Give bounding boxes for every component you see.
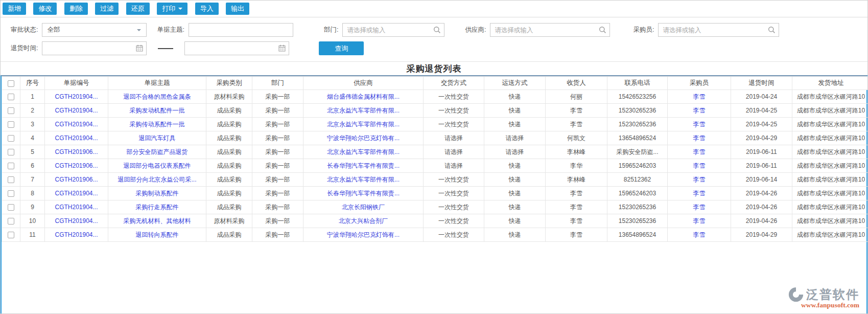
department-label: 部门:: [324, 26, 338, 34]
cell-purchaser[interactable]: 李雪: [668, 159, 731, 173]
row-checkbox[interactable]: [8, 163, 14, 169]
column-header: 退货时间: [731, 77, 792, 90]
cell-supplier[interactable]: 烟台盛伟德金属材料有限...: [303, 90, 424, 104]
cell-return-date: 2019-06-11: [731, 159, 792, 173]
delete-button[interactable]: 删除: [64, 3, 88, 15]
cell-purchaser[interactable]: 李雪: [668, 90, 731, 104]
row-checkbox[interactable]: [8, 94, 14, 100]
department-input[interactable]: [342, 23, 444, 37]
fanpu-logo-icon: [788, 286, 804, 303]
cell-supplier[interactable]: 北京永益汽车零部件有限...: [303, 118, 424, 131]
approval-status-select[interactable]: 全部: [42, 23, 147, 37]
cell-delivery: 请选择: [424, 159, 484, 173]
cell-supplier[interactable]: 长春华翔汽车零件有限责...: [303, 187, 424, 200]
cell-supplier[interactable]: 北京大兴粘合剂厂: [303, 214, 424, 228]
subject-input[interactable]: [189, 23, 293, 37]
filter-button[interactable]: 过滤: [95, 3, 119, 15]
row-checkbox[interactable]: [8, 190, 14, 197]
cell-purchaser[interactable]: 李雪: [668, 187, 731, 200]
cell-subject[interactable]: 采购行走系配件: [108, 200, 206, 214]
cell-purchaser[interactable]: 李雪: [668, 200, 731, 214]
table-row[interactable]: 7CGTH201906...退回部分向北京永益公司采...成品采购采购一部北京永…: [2, 173, 868, 187]
cell-purchaser[interactable]: 李雪: [668, 173, 731, 187]
cell-doc-no[interactable]: CGTH201904...: [45, 187, 108, 200]
table-row[interactable]: 8CGTH201904...采购制动系配件成品采购采购一部长春华翔汽车零件有限责…: [2, 187, 868, 200]
cell-subject[interactable]: 部分安全防盗产品退货: [108, 145, 206, 159]
query-button[interactable]: 查询: [319, 41, 364, 55]
cell-purchaser[interactable]: 李雪: [668, 214, 731, 228]
cell-doc-no[interactable]: CGTH201906...: [45, 159, 108, 173]
table-row[interactable]: 5CGTH201906...部分安全防盗产品退货成品采购采购一部北京永益汽车零部…: [2, 145, 868, 159]
cell-supplier[interactable]: 长春华翔汽车零件有限责...: [303, 159, 424, 173]
cell-category: 原材料采购: [206, 214, 252, 228]
cell-subject[interactable]: 退回部分电器仪表系配件: [108, 159, 206, 173]
cell-doc-no[interactable]: CGTH201904...: [45, 131, 108, 145]
search-icon[interactable]: [599, 26, 606, 34]
cell-doc-no[interactable]: CGTH201904...: [45, 118, 108, 131]
row-checkbox[interactable]: [8, 232, 14, 238]
cell-supplier[interactable]: 北京永益汽车零部件有限...: [303, 104, 424, 118]
cell-delivery: 一次性交货: [424, 90, 484, 104]
cell-subject[interactable]: 退回转向系配件: [108, 228, 206, 242]
cell-subject[interactable]: 采购制动系配件: [108, 187, 206, 200]
table-row[interactable]: 2CGTH201904...采购发动机配件一批成品采购采购一部北京永益汽车零部件…: [2, 104, 868, 118]
cell-subject[interactable]: 退回部分向北京永益公司采...: [108, 173, 206, 187]
supplier-input[interactable]: [490, 23, 610, 37]
cell-supplier[interactable]: 北京永益汽车零部件有限...: [303, 145, 424, 159]
edit-button[interactable]: 修改: [33, 3, 57, 15]
cell-purchaser[interactable]: 李雪: [668, 104, 731, 118]
table-row[interactable]: 4CGTH201904...退回汽车灯具成品采购采购一部宁波华翔哈尔巴克灯饰有.…: [2, 131, 868, 145]
cell-subject[interactable]: 采购传动系配件一批: [108, 118, 206, 131]
row-checkbox[interactable]: [8, 135, 14, 142]
row-checkbox[interactable]: [8, 218, 14, 225]
calendar-icon[interactable]: [136, 44, 143, 52]
cell-purchaser[interactable]: 李雪: [668, 118, 731, 131]
import-button[interactable]: 导入: [195, 3, 219, 15]
return-time-from-input[interactable]: [42, 41, 147, 55]
export-button[interactable]: 输出: [226, 3, 249, 15]
cell-doc-no[interactable]: CGTH201904...: [45, 200, 108, 214]
table-row[interactable]: 10CGTH201904...采购无机材料、其他材料原材料采购采购一部北京大兴粘…: [2, 214, 868, 228]
cell-supplier[interactable]: 宁波华翔哈尔巴克灯饰有...: [303, 131, 424, 145]
search-icon[interactable]: [768, 26, 776, 34]
cell-supplier[interactable]: 北京永益汽车零部件有限...: [303, 173, 424, 187]
purchaser-input[interactable]: [658, 23, 779, 37]
cell-purchaser[interactable]: 李雪: [668, 145, 731, 159]
column-header: 交货方式: [424, 77, 484, 90]
table-row[interactable]: 6CGTH201906...退回部分电器仪表系配件成品采购采购一部长春华翔汽车零…: [2, 159, 868, 173]
print-button[interactable]: 打印: [157, 3, 187, 15]
cell-address: 成都市成华区水碾河路10: [792, 145, 868, 159]
calendar-icon[interactable]: [278, 44, 286, 52]
row-checkbox[interactable]: [8, 204, 14, 211]
cell-category: 成品采购: [206, 104, 252, 118]
cell-seq: 3: [20, 118, 45, 131]
row-checkbox[interactable]: [8, 149, 14, 155]
cell-doc-no[interactable]: CGTH201904...: [45, 104, 108, 118]
cell-subject[interactable]: 退回不合格的黑色金属条: [108, 90, 206, 104]
add-button[interactable]: 新增: [3, 3, 26, 15]
search-icon[interactable]: [433, 26, 441, 34]
cell-doc-no[interactable]: CGTH201904...: [45, 214, 108, 228]
cell-purchaser[interactable]: 李雪: [668, 131, 731, 145]
cell-doc-no[interactable]: CGTH201904...: [45, 90, 108, 104]
select-all-checkbox[interactable]: [8, 80, 14, 87]
cell-supplier[interactable]: 宁波华翔哈尔巴克灯饰有...: [303, 228, 424, 242]
cell-doc-no[interactable]: CGTH201906...: [45, 173, 108, 187]
cell-purchaser[interactable]: 李雪: [668, 228, 731, 242]
return-time-to-input[interactable]: [184, 41, 289, 55]
cell-doc-no[interactable]: CGTH201906...: [45, 145, 108, 159]
cell-supplier[interactable]: 北京长阳钢铁厂: [303, 200, 424, 214]
cell-phone: 82512362: [607, 173, 668, 187]
table-row[interactable]: 1CGTH201904...退回不合格的黑色金属条原材料采购采购一部烟台盛伟德金…: [2, 90, 868, 104]
table-row[interactable]: 11CGTH201904...退回转向系配件成品采购采购一部宁波华翔哈尔巴克灯饰…: [2, 228, 868, 242]
cell-subject[interactable]: 退回汽车灯具: [108, 131, 206, 145]
row-checkbox[interactable]: [8, 107, 14, 114]
restore-button[interactable]: 还原: [126, 3, 150, 15]
cell-subject[interactable]: 采购发动机配件一批: [108, 104, 206, 118]
row-checkbox[interactable]: [8, 121, 14, 128]
row-checkbox[interactable]: [8, 176, 14, 183]
cell-subject[interactable]: 采购无机材料、其他材料: [108, 214, 206, 228]
table-row[interactable]: 9CGTH201904...采购行走系配件成品采购采购一部北京长阳钢铁厂一次性交…: [2, 200, 868, 214]
table-row[interactable]: 3CGTH201904...采购传动系配件一批成品采购采购一部北京永益汽车零部件…: [2, 118, 868, 131]
cell-doc-no[interactable]: CGTH201904...: [45, 228, 108, 242]
